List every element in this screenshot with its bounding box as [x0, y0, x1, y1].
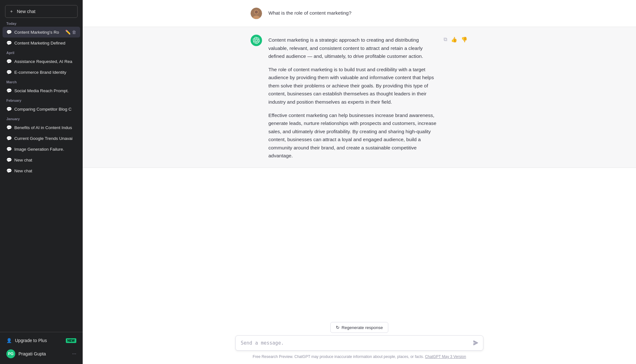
chat-item-label: Image Generation Failure. — [14, 147, 76, 152]
chat-item-content-marketing-ro[interactable]: 💬 Content Marketing's Ro ✏️ 🗑 — [3, 27, 80, 38]
chat-item-new-chat-2[interactable]: 💬 New chat — [3, 165, 80, 176]
user-profile-row[interactable]: PG Pragati Gupta ··· — [3, 346, 80, 361]
user-question-text: What is the role of content marketing? — [268, 9, 468, 17]
chat-icon: 💬 — [6, 147, 12, 152]
upgrade-to-plus-button[interactable]: 👤 Upgrade to Plus NEW — [3, 335, 80, 346]
regenerate-icon: ↻ — [336, 325, 340, 330]
chat-item-comparing-competitor[interactable]: 💬 Comparing Competitor Blog C — [3, 104, 80, 114]
input-area: ↻ Regenerate response Free Research Prev… — [83, 318, 636, 364]
user-message-avatar — [251, 8, 262, 19]
assistant-paragraph: The role of content marketing is to buil… — [268, 65, 437, 106]
chat-item-content-marketing-defined[interactable]: 💬 Content Marketing Defined — [3, 38, 80, 48]
section-label-april: April — [3, 48, 80, 56]
section-label-february: February — [3, 96, 80, 104]
chat-icon: 💬 — [6, 70, 12, 75]
user-avatar: PG — [6, 349, 15, 358]
chat-icon: 💬 — [6, 40, 12, 45]
chat-item-label: E-commerce Brand Identity — [14, 70, 76, 75]
new-badge: NEW — [66, 338, 76, 343]
chat-item-actions: ✏️ 🗑 — [65, 30, 76, 35]
new-chat-button[interactable]: ＋ New chat — [5, 5, 78, 18]
user-message-content: What is the role of content marketing? — [268, 8, 468, 17]
sidebar-content: ＋ New chat Today 💬 Content Marketing's R… — [0, 0, 83, 332]
chat-messages: What is the role of content marketing? C… — [83, 0, 636, 318]
disclaimer-text: Free Research Preview. ChatGPT may produ… — [252, 354, 466, 361]
chat-item-image-gen[interactable]: 💬 Image Generation Failure. — [3, 144, 80, 155]
delete-icon[interactable]: 🗑 — [72, 30, 76, 35]
chat-icon: 💬 — [6, 136, 12, 141]
message-actions: ⧉ 👍 👎 — [443, 35, 468, 43]
regenerate-button[interactable]: ↻ Regenerate response — [330, 322, 388, 333]
user-options-icon[interactable]: ··· — [72, 351, 76, 357]
chat-item-label: Current Google Trends Unavai — [14, 136, 76, 141]
disclaimer-link[interactable]: ChatGPT May 3 Version — [425, 354, 466, 359]
chat-item-label: Assistance Requested, AI Rea — [14, 59, 76, 64]
chat-item-label: Content Marketing's Ro — [14, 30, 63, 35]
svg-point-3 — [255, 10, 258, 14]
thumbs-down-icon[interactable]: 👎 — [460, 36, 468, 43]
chat-icon: 💬 — [6, 157, 12, 162]
edit-icon[interactable]: ✏️ — [65, 30, 71, 35]
chat-icon: 💬 — [6, 168, 12, 173]
chat-item-label: Comparing Competitor Blog C — [14, 107, 76, 112]
regenerate-label: Regenerate response — [342, 325, 383, 330]
chat-item-new-chat-1[interactable]: 💬 New chat — [3, 155, 80, 165]
chat-icon: 💬 — [6, 125, 12, 130]
send-button[interactable] — [472, 339, 480, 348]
section-label-march: March — [3, 78, 80, 85]
sidebar-footer: 👤 Upgrade to Plus NEW PG Pragati Gupta ·… — [0, 332, 83, 364]
chat-item-label: New chat — [14, 168, 76, 173]
chat-item-label: Social Media Reach Prompt. — [14, 88, 76, 93]
main-panel: What is the role of content marketing? C… — [83, 0, 636, 364]
user-name: Pragati Gupta — [18, 351, 69, 356]
thumbs-up-icon[interactable]: 👍 — [450, 36, 458, 43]
input-box-wrapper — [235, 335, 483, 352]
chat-icon: 💬 — [6, 30, 12, 35]
chat-item-label: Content Marketing Defined — [14, 41, 76, 45]
assistant-message-content: Content marketing is a strategic approac… — [268, 35, 437, 160]
section-label-january: January — [3, 114, 80, 122]
sidebar: ＋ New chat Today 💬 Content Marketing's R… — [0, 0, 83, 364]
user-message-block: What is the role of content marketing? — [83, 0, 636, 27]
chat-icon: 💬 — [6, 106, 12, 112]
chat-item-benefits-ai[interactable]: 💬 Benefits of AI in Content Indus — [3, 122, 80, 133]
chat-item-google-trends[interactable]: 💬 Current Google Trends Unavai — [3, 133, 80, 144]
user-initials: PG — [8, 352, 13, 356]
assistant-paragraph: Content marketing is a strategic approac… — [268, 36, 437, 60]
upgrade-label: Upgrade to Plus — [15, 338, 47, 343]
chat-item-label: Benefits of AI in Content Indus — [14, 125, 76, 130]
chat-item-ecommerce-brand[interactable]: 💬 E-commerce Brand Identity — [3, 67, 80, 78]
assistant-message-block: Content marketing is a strategic approac… — [83, 27, 636, 168]
chat-item-label: New chat — [14, 158, 76, 162]
section-label-today: Today — [3, 19, 80, 27]
assistant-paragraphs: Content marketing is a strategic approac… — [268, 36, 437, 160]
sidebar-sections: Today 💬 Content Marketing's Ro ✏️ 🗑 💬 Co… — [3, 19, 80, 176]
chat-item-assistance-requested[interactable]: 💬 Assistance Requested, AI Rea — [3, 56, 80, 67]
assistant-paragraph: Effective content marketing can help bus… — [268, 111, 437, 160]
plus-icon: ＋ — [9, 9, 14, 14]
copy-icon[interactable]: ⧉ — [443, 36, 448, 43]
chat-icon: 💬 — [6, 59, 12, 64]
message-input[interactable] — [235, 335, 483, 351]
person-icon: 👤 — [6, 338, 12, 343]
gpt-avatar — [251, 35, 262, 46]
chat-item-social-media[interactable]: 💬 Social Media Reach Prompt. — [3, 85, 80, 96]
chat-icon: 💬 — [6, 88, 12, 93]
new-chat-label: New chat — [17, 9, 35, 14]
